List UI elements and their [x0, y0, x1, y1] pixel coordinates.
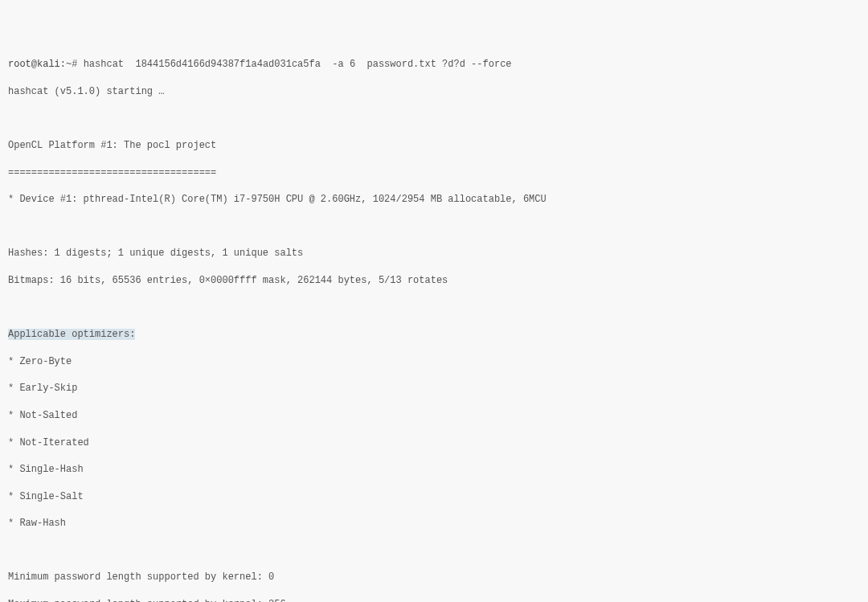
optimizer-item: * Raw-Hash — [8, 517, 860, 530]
platform-separator: ==================================== — [8, 166, 860, 180]
blank-line — [8, 220, 860, 234]
optimizer-item: * Not-Iterated — [8, 436, 860, 450]
optimizers-header: Applicable optimizers: — [8, 328, 860, 342]
optimizer-item: * Not-Salted — [8, 409, 860, 423]
prompt-line: root@kali:~# hashcat 1844156d4166d94387f… — [8, 58, 860, 72]
prompt-user: root — [8, 59, 31, 70]
min-length-line: Minimum password length supported by ker… — [8, 571, 860, 584]
blank-line — [8, 301, 860, 315]
max-length-line: Maximum password length supported by ker… — [8, 598, 860, 602]
prompt-path: ~ — [66, 59, 72, 70]
optimizer-item: * Single-Salt — [8, 490, 860, 504]
prompt-host: kali — [37, 59, 60, 70]
optimizer-item: * Early-Skip — [8, 382, 860, 395]
blank-line — [8, 112, 860, 125]
command-text: hashcat 1844156d4166d94387f1a4ad031ca5fa… — [84, 59, 512, 70]
bitmaps-line: Bitmaps: 16 bits, 65536 entries, 0×0000f… — [8, 274, 860, 288]
optimizer-item: * Zero-Byte — [8, 355, 860, 369]
starting-line: hashcat (v5.1.0) starting … — [8, 85, 860, 99]
hashes-line: Hashes: 1 digests; 1 unique digests, 1 u… — [8, 247, 860, 260]
platform-header: OpenCL Platform #1: The pocl project — [8, 139, 860, 153]
device-line: * Device #1: pthread-Intel(R) Core(TM) i… — [8, 193, 860, 207]
blank-line — [8, 544, 860, 558]
optimizer-item: * Single-Hash — [8, 463, 860, 477]
